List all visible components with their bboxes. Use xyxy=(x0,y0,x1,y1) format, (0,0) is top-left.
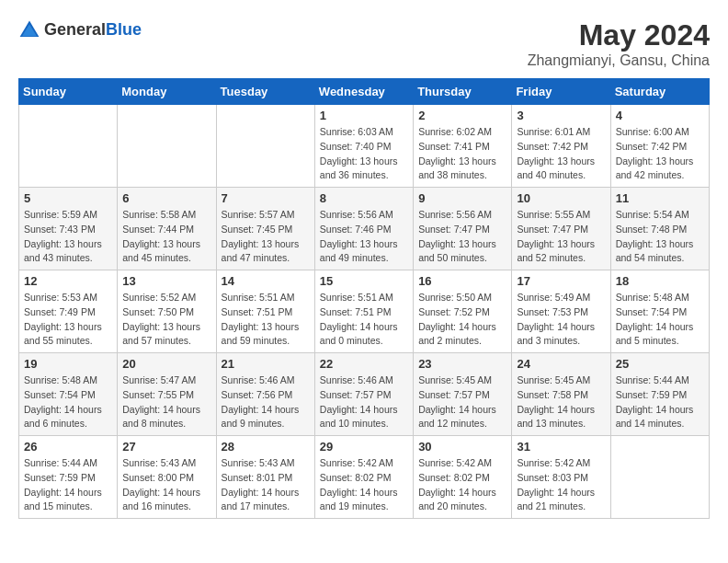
day-cell: 7Sunrise: 5:57 AM Sunset: 7:45 PM Daylig… xyxy=(216,188,314,270)
week-row-2: 5Sunrise: 5:59 AM Sunset: 7:43 PM Daylig… xyxy=(19,188,710,270)
day-cell: 27Sunrise: 5:43 AM Sunset: 8:00 PM Dayli… xyxy=(118,436,216,519)
day-cell: 9Sunrise: 5:56 AM Sunset: 7:47 PM Daylig… xyxy=(414,188,512,270)
day-cell: 15Sunrise: 5:51 AM Sunset: 7:51 PM Dayli… xyxy=(314,270,413,353)
day-cell: 31Sunrise: 5:42 AM Sunset: 8:03 PM Dayli… xyxy=(512,436,610,519)
day-number: 26 xyxy=(24,440,112,454)
day-number: 23 xyxy=(418,357,506,371)
page-header: GeneralBlue May 2024 Zhangmianyi, Gansu,… xyxy=(18,18,710,69)
day-cell: 11Sunrise: 5:54 AM Sunset: 7:48 PM Dayli… xyxy=(610,188,709,270)
day-cell xyxy=(216,105,314,188)
day-info: Sunrise: 6:03 AM Sunset: 7:40 PM Dayligh… xyxy=(320,125,408,183)
day-info: Sunrise: 5:54 AM Sunset: 7:48 PM Dayligh… xyxy=(616,208,704,266)
logo: GeneralBlue xyxy=(18,18,142,40)
day-number: 3 xyxy=(517,109,605,122)
day-cell: 24Sunrise: 5:45 AM Sunset: 7:58 PM Dayli… xyxy=(512,353,610,436)
day-cell: 4Sunrise: 6:00 AM Sunset: 7:42 PM Daylig… xyxy=(610,105,709,188)
day-number: 22 xyxy=(320,357,408,371)
day-info: Sunrise: 6:00 AM Sunset: 7:42 PM Dayligh… xyxy=(616,125,704,183)
week-row-3: 12Sunrise: 5:53 AM Sunset: 7:49 PM Dayli… xyxy=(19,270,710,353)
day-cell: 29Sunrise: 5:42 AM Sunset: 8:02 PM Dayli… xyxy=(314,436,413,519)
day-number: 20 xyxy=(122,357,210,371)
day-cell: 8Sunrise: 5:56 AM Sunset: 7:46 PM Daylig… xyxy=(314,188,413,270)
day-info: Sunrise: 5:44 AM Sunset: 7:59 PM Dayligh… xyxy=(24,456,112,514)
day-number: 18 xyxy=(616,274,704,288)
day-number: 17 xyxy=(517,274,605,288)
day-header-saturday: Saturday xyxy=(610,79,709,105)
logo-general: General xyxy=(44,20,106,39)
day-number: 13 xyxy=(122,274,210,288)
day-cell: 1Sunrise: 6:03 AM Sunset: 7:40 PM Daylig… xyxy=(314,105,413,188)
day-number: 25 xyxy=(616,357,704,371)
day-number: 8 xyxy=(320,191,408,205)
day-info: Sunrise: 5:53 AM Sunset: 7:49 PM Dayligh… xyxy=(24,291,112,349)
day-number: 31 xyxy=(517,440,605,454)
day-cell: 19Sunrise: 5:48 AM Sunset: 7:54 PM Dayli… xyxy=(19,353,118,436)
day-number: 5 xyxy=(24,191,112,205)
day-cell: 16Sunrise: 5:50 AM Sunset: 7:52 PM Dayli… xyxy=(414,270,512,353)
day-cell: 6Sunrise: 5:58 AM Sunset: 7:44 PM Daylig… xyxy=(118,188,216,270)
day-number: 14 xyxy=(222,274,310,288)
day-number: 6 xyxy=(122,191,210,205)
day-info: Sunrise: 5:42 AM Sunset: 8:03 PM Dayligh… xyxy=(517,456,605,514)
logo-blue: Blue xyxy=(106,20,142,39)
day-cell: 25Sunrise: 5:44 AM Sunset: 7:59 PM Dayli… xyxy=(610,353,709,436)
day-cell: 30Sunrise: 5:42 AM Sunset: 8:02 PM Dayli… xyxy=(414,436,512,519)
day-info: Sunrise: 5:55 AM Sunset: 7:47 PM Dayligh… xyxy=(517,208,605,266)
day-info: Sunrise: 5:58 AM Sunset: 7:44 PM Dayligh… xyxy=(122,208,210,266)
day-info: Sunrise: 5:57 AM Sunset: 7:45 PM Dayligh… xyxy=(222,208,310,266)
day-number: 2 xyxy=(418,109,506,122)
day-info: Sunrise: 5:45 AM Sunset: 7:58 PM Dayligh… xyxy=(517,373,605,431)
day-info: Sunrise: 5:46 AM Sunset: 7:56 PM Dayligh… xyxy=(222,373,310,431)
day-header-wednesday: Wednesday xyxy=(314,79,413,105)
day-cell: 18Sunrise: 5:48 AM Sunset: 7:54 PM Dayli… xyxy=(610,270,709,353)
day-info: Sunrise: 5:56 AM Sunset: 7:47 PM Dayligh… xyxy=(418,208,506,266)
day-info: Sunrise: 5:51 AM Sunset: 7:51 PM Dayligh… xyxy=(320,291,408,349)
day-number: 21 xyxy=(222,357,310,371)
day-cell: 17Sunrise: 5:49 AM Sunset: 7:53 PM Dayli… xyxy=(512,270,610,353)
day-cell xyxy=(118,105,216,188)
day-info: Sunrise: 5:48 AM Sunset: 7:54 PM Dayligh… xyxy=(24,373,112,431)
day-cell: 26Sunrise: 5:44 AM Sunset: 7:59 PM Dayli… xyxy=(19,436,118,519)
day-number: 28 xyxy=(222,440,310,454)
day-number: 12 xyxy=(24,274,112,288)
day-number: 19 xyxy=(24,357,112,371)
day-info: Sunrise: 5:42 AM Sunset: 8:02 PM Dayligh… xyxy=(418,456,506,514)
day-header-thursday: Thursday xyxy=(414,79,512,105)
calendar-table: SundayMondayTuesdayWednesdayThursdayFrid… xyxy=(18,78,710,519)
day-info: Sunrise: 5:45 AM Sunset: 7:57 PM Dayligh… xyxy=(418,373,506,431)
day-cell: 14Sunrise: 5:51 AM Sunset: 7:51 PM Dayli… xyxy=(216,270,314,353)
day-number: 9 xyxy=(418,191,506,205)
location: Zhangmianyi, Gansu, China xyxy=(528,52,710,69)
day-cell: 12Sunrise: 5:53 AM Sunset: 7:49 PM Dayli… xyxy=(19,270,118,353)
header-row: SundayMondayTuesdayWednesdayThursdayFrid… xyxy=(19,79,710,105)
day-cell: 5Sunrise: 5:59 AM Sunset: 7:43 PM Daylig… xyxy=(19,188,118,270)
day-cell: 22Sunrise: 5:46 AM Sunset: 7:57 PM Dayli… xyxy=(314,353,413,436)
day-info: Sunrise: 5:56 AM Sunset: 7:46 PM Dayligh… xyxy=(320,208,408,266)
day-info: Sunrise: 5:43 AM Sunset: 8:00 PM Dayligh… xyxy=(122,456,210,514)
day-cell: 2Sunrise: 6:02 AM Sunset: 7:41 PM Daylig… xyxy=(414,105,512,188)
day-number: 30 xyxy=(418,440,506,454)
day-cell: 28Sunrise: 5:43 AM Sunset: 8:01 PM Dayli… xyxy=(216,436,314,519)
day-info: Sunrise: 6:02 AM Sunset: 7:41 PM Dayligh… xyxy=(418,125,506,183)
day-cell: 10Sunrise: 5:55 AM Sunset: 7:47 PM Dayli… xyxy=(512,188,610,270)
day-cell xyxy=(19,105,118,188)
day-cell: 3Sunrise: 6:01 AM Sunset: 7:42 PM Daylig… xyxy=(512,105,610,188)
day-info: Sunrise: 5:59 AM Sunset: 7:43 PM Dayligh… xyxy=(24,208,112,266)
day-header-tuesday: Tuesday xyxy=(216,79,314,105)
week-row-5: 26Sunrise: 5:44 AM Sunset: 7:59 PM Dayli… xyxy=(19,436,710,519)
day-header-monday: Monday xyxy=(118,79,216,105)
day-info: Sunrise: 5:49 AM Sunset: 7:53 PM Dayligh… xyxy=(517,291,605,349)
day-info: Sunrise: 6:01 AM Sunset: 7:42 PM Dayligh… xyxy=(517,125,605,183)
day-header-friday: Friday xyxy=(512,79,610,105)
day-info: Sunrise: 5:42 AM Sunset: 8:02 PM Dayligh… xyxy=(320,456,408,514)
day-info: Sunrise: 5:52 AM Sunset: 7:50 PM Dayligh… xyxy=(122,291,210,349)
day-number: 1 xyxy=(320,109,408,122)
week-row-4: 19Sunrise: 5:48 AM Sunset: 7:54 PM Dayli… xyxy=(19,353,710,436)
logo-icon xyxy=(18,18,40,40)
day-number: 15 xyxy=(320,274,408,288)
day-number: 29 xyxy=(320,440,408,454)
week-row-1: 1Sunrise: 6:03 AM Sunset: 7:40 PM Daylig… xyxy=(19,105,710,188)
day-info: Sunrise: 5:50 AM Sunset: 7:52 PM Dayligh… xyxy=(418,291,506,349)
day-number: 7 xyxy=(222,191,310,205)
day-number: 10 xyxy=(517,191,605,205)
